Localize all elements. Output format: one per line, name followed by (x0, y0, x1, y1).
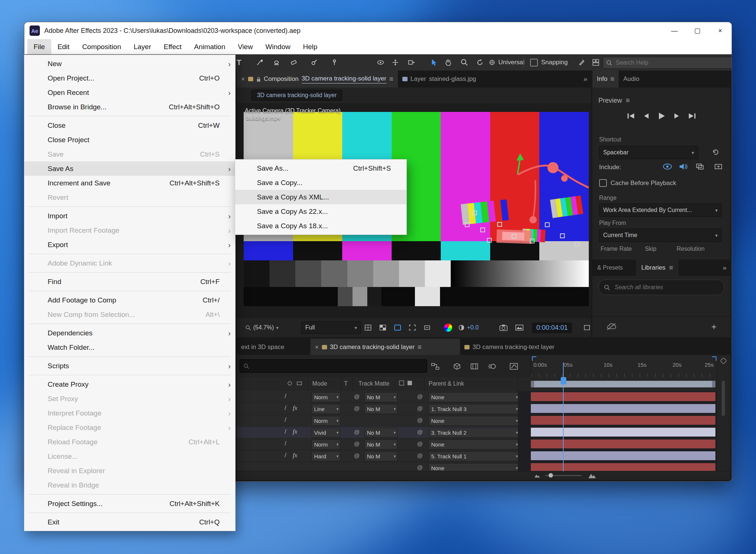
file-menu-item[interactable]: New› (24, 57, 235, 71)
file-menu-item[interactable]: ExitCtrl+Q (24, 515, 235, 529)
close-tab-icon[interactable]: × (315, 343, 319, 351)
parent-pickwhip-icon[interactable]: @ (417, 464, 423, 471)
menubar-item-view[interactable]: View (231, 39, 259, 54)
file-menu-item[interactable]: Adobe Dynamic Link› (24, 256, 235, 270)
timeline-layer-row[interactable]: /fxVivid▾@No M▾@3. Track Null 2▾ (237, 427, 717, 438)
composition-marker-icon[interactable] (721, 358, 726, 364)
effects-icon[interactable]: fx (293, 404, 297, 412)
tab-layer[interactable]: Layer stained-glass.jpg (398, 71, 481, 88)
file-menu-item[interactable]: Set Proxy› (24, 391, 235, 406)
show-snapshot-icon[interactable] (515, 318, 523, 337)
tab-info[interactable]: Info ≡ (592, 71, 619, 88)
column-mode[interactable]: Mode (312, 380, 327, 387)
column-parent-link[interactable]: Parent & Link (429, 380, 464, 387)
matte-pickwhip-icon[interactable]: @ (354, 452, 360, 459)
tab-overflow-icon[interactable]: » (719, 264, 730, 272)
parent-link-dropdown[interactable]: 5. Track Null 1▾ (429, 451, 520, 461)
column-preserve-transparency[interactable]: T (344, 380, 348, 387)
file-menu-item[interactable]: Replace Footage› (24, 420, 235, 435)
panel-menu-icon[interactable]: ≡ (669, 264, 673, 272)
shortcut-dropdown[interactable]: Spacebar ▾ (599, 146, 698, 159)
menubar-item-window[interactable]: Window (259, 39, 297, 54)
menubar-item-edit[interactable]: Edit (51, 39, 76, 54)
hand-tool-icon[interactable] (444, 54, 453, 71)
save-as-submenu-item[interactable]: Save As...Ctrl+Shift+S (235, 161, 406, 175)
parent-link-dropdown[interactable]: None▾ (429, 392, 520, 402)
panel-menu-icon[interactable]: ≡ (417, 343, 422, 351)
file-menu-item[interactable]: Open Project...Ctrl+O (24, 71, 235, 85)
file-menu-item[interactable]: Watch Folder... (24, 340, 235, 355)
mask-visibility-icon[interactable] (394, 318, 401, 337)
snapping-checkbox[interactable] (530, 59, 538, 66)
timeline-layer-row[interactable]: /Norm▾@No M▾@None▾ (237, 438, 717, 450)
reset-icon[interactable] (711, 148, 720, 158)
tab-overflow-icon[interactable]: » (580, 71, 591, 88)
type-tool-icon[interactable]: T (237, 54, 241, 71)
timeline-tab-solid-layer[interactable]: × 3D camera tracking-solid layer ≡ (310, 339, 460, 356)
file-menu-item[interactable]: Export› (24, 237, 235, 252)
include-video-icon[interactable] (663, 163, 672, 171)
include-render-icon[interactable] (714, 163, 722, 171)
pan-camera-tool-icon[interactable] (391, 54, 399, 71)
tab-libraries[interactable]: Libraries ≡ (636, 260, 678, 276)
parent-link-dropdown[interactable]: None▾ (429, 416, 520, 426)
timeline-tab-text-layer-clipped[interactable]: ext in 3D space (237, 339, 310, 356)
take-snapshot-icon[interactable] (499, 318, 508, 337)
file-menu-item[interactable]: Open Recent› (24, 85, 235, 100)
pixel-aspect-icon[interactable] (423, 318, 431, 337)
file-menu-item[interactable]: FindCtrl+F (24, 274, 235, 289)
file-menu-item[interactable]: License... (24, 449, 235, 464)
menubar-item-animation[interactable]: Animation (188, 39, 232, 54)
roto-brush-tool-icon[interactable] (310, 54, 318, 71)
track-matte-dropdown[interactable]: No M▾ (364, 440, 398, 449)
first-frame-button[interactable] (626, 113, 635, 119)
vertical-scrollbar[interactable] (722, 381, 725, 416)
parent-pickwhip-icon[interactable]: @ (417, 393, 423, 400)
transparency-grid-icon[interactable] (379, 318, 386, 337)
blend-mode-dropdown[interactable]: Norm▾ (312, 392, 340, 402)
current-time-display[interactable]: 0:00:04:01 (532, 318, 572, 337)
file-menu-item[interactable]: New Comp from Selection...Alt+\ (24, 307, 235, 322)
file-menu-item[interactable]: SaveCtrl+S (24, 147, 235, 161)
snapping-toggle[interactable]: Snapping (530, 54, 568, 71)
layer-duration-bar[interactable] (531, 440, 715, 448)
continuously-rasterize-icon[interactable]: / (285, 416, 286, 424)
work-area-start-marker[interactable] (532, 356, 536, 361)
file-menu-item[interactable]: Interpret Footage› (24, 406, 235, 420)
play-button[interactable] (657, 112, 666, 120)
file-menu-item[interactable]: Add Footage to CompCtrl+/ (24, 293, 235, 307)
file-menu-item[interactable]: Import› (24, 209, 235, 223)
file-menu-item[interactable]: Revert (24, 190, 235, 205)
menubar-item-help[interactable]: Help (297, 39, 324, 54)
motion-blur-icon[interactable] (487, 362, 497, 371)
last-frame-button[interactable] (688, 113, 697, 119)
continuously-rasterize-icon[interactable]: / (285, 440, 286, 447)
range-dropdown[interactable]: Work Area Extended By Current... ▾ (599, 204, 722, 217)
parent-link-dropdown[interactable]: 3. Track Null 2▾ (429, 428, 520, 438)
timeline-layer-row[interactable]: /fxLine▾@No M▾@1. Track Null 3▾ (237, 403, 717, 415)
parent-link-dropdown[interactable]: None▾ (429, 440, 520, 449)
work-area-end-marker[interactable] (712, 356, 717, 361)
layer-duration-bar[interactable] (531, 451, 715, 460)
file-menu-item[interactable]: Increment and SaveCtrl+Alt+Shift+S (24, 176, 235, 190)
exposure-control[interactable]: +0.0 (458, 318, 479, 337)
matte-pickwhip-icon[interactable]: @ (354, 429, 360, 435)
parent-pickwhip-icon[interactable]: @ (417, 405, 423, 411)
include-audio-icon[interactable] (679, 163, 688, 172)
magnification-dropdown[interactable]: (54.7%) ▾ (245, 318, 279, 337)
play-from-dropdown[interactable]: Current Time ▾ (599, 229, 722, 242)
tab-effects-presets[interactable]: & Presets (597, 264, 623, 271)
blend-mode-dropdown[interactable]: Vivid▾ (312, 428, 340, 438)
workspace-icon[interactable] (592, 54, 599, 71)
brush-tool-icon[interactable] (256, 54, 264, 71)
libraries-search-input[interactable] (614, 284, 719, 291)
blend-mode-dropdown[interactable]: Norm▾ (312, 440, 340, 449)
file-menu-item[interactable]: Reveal in Bridge (24, 478, 235, 492)
layer-duration-bar[interactable] (531, 428, 715, 437)
file-menu-item[interactable]: Scripts› (24, 359, 235, 373)
grid-guides-icon[interactable] (364, 318, 372, 337)
orbit-camera-tool-icon[interactable] (377, 54, 385, 71)
menubar-item-composition[interactable]: Composition (76, 39, 127, 54)
save-as-submenu-item[interactable]: Save a Copy... (235, 175, 406, 190)
camera-mode-dropdown[interactable]: Universal (489, 54, 525, 71)
